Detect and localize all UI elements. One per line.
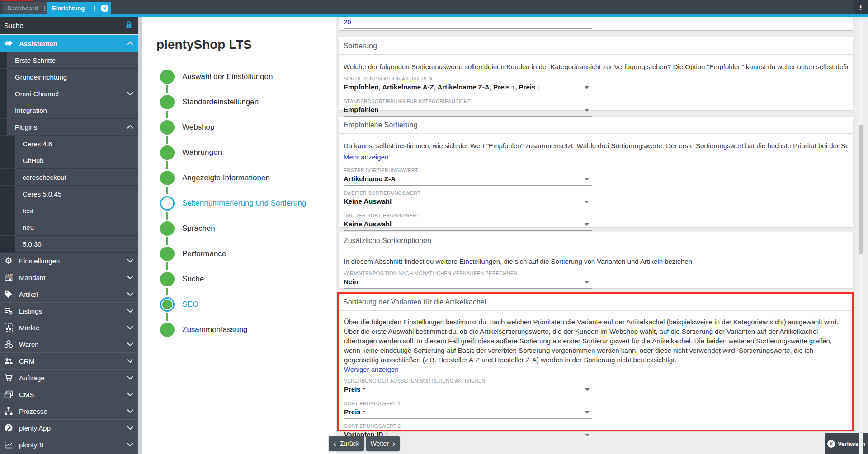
chevron-left-icon: ‹: [333, 439, 336, 448]
step-angezeigte-informationen[interactable]: Angezeigte Informationen: [160, 165, 306, 191]
step-label: Währungen: [182, 148, 222, 157]
sidebar-item-artikel[interactable]: Artikel: [0, 286, 138, 303]
back-button[interactable]: ‹ Zurück: [329, 436, 364, 451]
sidebar-item-test[interactable]: test: [0, 202, 138, 219]
field-label: SORTIERUNGSWERT 1: [344, 401, 592, 407]
sidebar-item-integration[interactable]: Integration: [0, 102, 138, 119]
sidebar-item-listings[interactable]: Listings: [0, 303, 138, 319]
select-sortierungswert-1[interactable]: SORTIERUNGSWERT 1 Preis ↑: [344, 401, 592, 419]
process-flow-icon: [4, 406, 14, 416]
step-circle: [160, 272, 175, 286]
lock-icon[interactable]: [124, 20, 133, 30]
dropdown-arrow-icon: [585, 411, 590, 414]
tab-einrichtung[interactable]: Einrichtung ⋮ ×: [47, 2, 111, 14]
section-description: Welche der folgenden Sortierungswerte so…: [344, 62, 848, 71]
sidebar-item-label: Listings: [19, 307, 42, 315]
sidebar-item-assistenten[interactable]: Assistenten: [0, 35, 138, 52]
page-scrollbar[interactable]: [859, 17, 863, 454]
step-label: SEO: [182, 300, 198, 309]
select-sortierungsoption-aktivieren[interactable]: SORTIERUNGSOPTION AKTIVIEREN Empfohlen, …: [344, 76, 592, 94]
step-circle: [160, 221, 175, 236]
select-zweiter-sortierungswert[interactable]: ZWEITER SORTIERUNGSWERT Keine Auswahl: [344, 190, 592, 208]
step-performance[interactable]: Performance: [160, 241, 306, 267]
field-value: Artikelname Z-A: [344, 174, 592, 183]
sidebar-item-mandant[interactable]: SHOP Mandant: [0, 269, 138, 286]
step-circle: [160, 95, 175, 109]
sidebar-item-waren[interactable]: Waren: [0, 336, 138, 353]
sidebar-item-erste-schritte[interactable]: Erste Schritte: [0, 52, 138, 69]
sidebar-item-cms[interactable]: CMS: [0, 386, 138, 403]
step-waehrungen[interactable]: Währungen: [160, 140, 306, 165]
sidebar-item-5030[interactable]: 5.0.30: [0, 236, 138, 253]
close-tab-icon[interactable]: ×: [101, 5, 108, 12]
select-erster-sortierungswert[interactable]: ERSTER SORTIERUNGSWERT Artikelname Z-A: [344, 168, 592, 186]
step-label: Zusammenfassung: [182, 325, 248, 334]
chevron-down-icon: [127, 359, 133, 363]
step-standardeinstellungen[interactable]: Standardeinstellungen: [160, 89, 306, 115]
sidebar-item-label: CRM: [19, 357, 34, 365]
dropdown-arrow-icon: [585, 178, 589, 181]
dropdown-arrow-icon: [585, 109, 589, 112]
sidebar-item-github[interactable]: GitHub: [0, 152, 138, 169]
step-webshop[interactable]: Webshop: [160, 115, 306, 140]
close-x: ×: [103, 5, 107, 12]
section-title: Sortierung: [339, 37, 853, 55]
overflow-menu-button[interactable]: ⋮: [854, 0, 868, 14]
next-button[interactable]: Weiter ›: [366, 436, 400, 451]
chevron-right-icon: ›: [392, 439, 395, 448]
sidebar-item-plugins[interactable]: Plugins: [0, 119, 138, 136]
kebab-menu-icon[interactable]: ⋮: [89, 5, 100, 12]
field-label: ZWEITER SORTIERUNGSWERT: [344, 190, 592, 196]
field-value: Preis ↑: [344, 385, 592, 393]
sidebar-item-ceres-5045[interactable]: Ceres 5.0.45: [0, 186, 138, 202]
step-sprachen[interactable]: Sprachen: [160, 216, 306, 241]
sidebar-item-label: Plugins: [15, 123, 37, 131]
sidebar-item-crm[interactable]: CRM: [0, 353, 138, 370]
sidebar-item-label: Mandant: [19, 274, 45, 281]
page-scrollbar-thumb[interactable]: [859, 125, 863, 254]
mehr-anzeigen-link[interactable]: Mehr anzeigen: [344, 153, 388, 161]
field-label: VERERBUNG DER ÄUSSEREN SORTIERUNG AKTIVI…: [344, 378, 592, 384]
select-variantenposition[interactable]: VARIANTENPOSITION NACH MONATLICHEN VERKÄ…: [344, 271, 592, 289]
sidebar-item-plentybi[interactable]: plentyBI: [0, 436, 138, 453]
sidebar-item-plenty-app[interactable]: plenty App: [0, 420, 138, 436]
search-label: Suche: [4, 22, 24, 29]
chevron-down-icon: [127, 292, 133, 296]
step-seitennummerierung-und-sortierung[interactable]: Seitennummerierung und Sortierung: [160, 191, 306, 216]
step-zusammenfassung[interactable]: Zusammenfassung: [160, 317, 306, 342]
wizard-title: plentyShop LTS: [156, 37, 252, 52]
stepper-scrollbar[interactable]: [138, 17, 142, 454]
select-dritter-sortierungswert[interactable]: DRITTER SORTIERUNGSWERT Keine Auswahl: [344, 213, 592, 231]
sidebar-item-label: neu: [23, 224, 34, 231]
sidebar-item-label: test: [23, 207, 33, 215]
step-seo[interactable]: SEO: [160, 292, 306, 317]
tag-icon: [4, 289, 14, 299]
weniger-anzeigen-link[interactable]: Weniger anzeigen: [344, 365, 399, 373]
step-suche[interactable]: Suche: [160, 267, 306, 292]
field-value: Keine Auswahl: [344, 197, 592, 206]
sidebar-item-auftraege[interactable]: Aufträge: [0, 370, 138, 386]
sidebar-search[interactable]: Suche: [0, 17, 138, 35]
sidebar: Suche Assistenten Erste Schritte Grundei…: [0, 17, 138, 454]
sidebar-item-omni-channel[interactable]: Omni-Channel: [0, 85, 138, 102]
sidebar-item-neu[interactable]: neu: [0, 219, 138, 236]
select-standardsortierung[interactable]: STANDARDSORTIERUNG FÜR KATEGORIEANSICHT …: [344, 98, 592, 117]
step-circle: [160, 171, 175, 185]
sidebar-item-einstellungen[interactable]: ⚙ Einstellungen: [0, 253, 138, 269]
section-title: Empfohlene Sortierung: [339, 117, 853, 134]
sidebar-item-prozesse[interactable]: Prozesse: [0, 403, 138, 420]
chevron-down-icon: [127, 393, 133, 396]
step-auswahl-der-einstellungen[interactable]: Auswahl der Einstellungen: [160, 64, 306, 89]
close-x: ×: [830, 440, 833, 447]
tab-dashboard[interactable]: Dashboard ⋮: [3, 2, 53, 14]
field-label: ERSTER SORTIERUNGSWERT: [344, 168, 592, 173]
sidebar-item-ceres-46[interactable]: Ceres 4.6: [0, 136, 138, 152]
sidebar-item-label: Omni-Channel: [15, 90, 59, 98]
sidebar-item-grundeinrichtung[interactable]: Grundeinrichtung: [0, 69, 138, 85]
sidebar-item-maerkte[interactable]: Märkte: [0, 319, 138, 336]
settings-content: 20 Sortierung Welche der folgenden Sorti…: [336, 17, 868, 454]
items-per-page-input[interactable]: 20: [344, 18, 592, 29]
card-sortierung: Sortierung Welche der folgenden Sortieru…: [339, 37, 853, 110]
select-vererbung-aeussere-sortierung[interactable]: VERERBUNG DER ÄUSSEREN SORTIERUNG AKTIVI…: [344, 378, 592, 396]
sidebar-item-cerescheckout[interactable]: cerescheckout: [0, 169, 138, 186]
